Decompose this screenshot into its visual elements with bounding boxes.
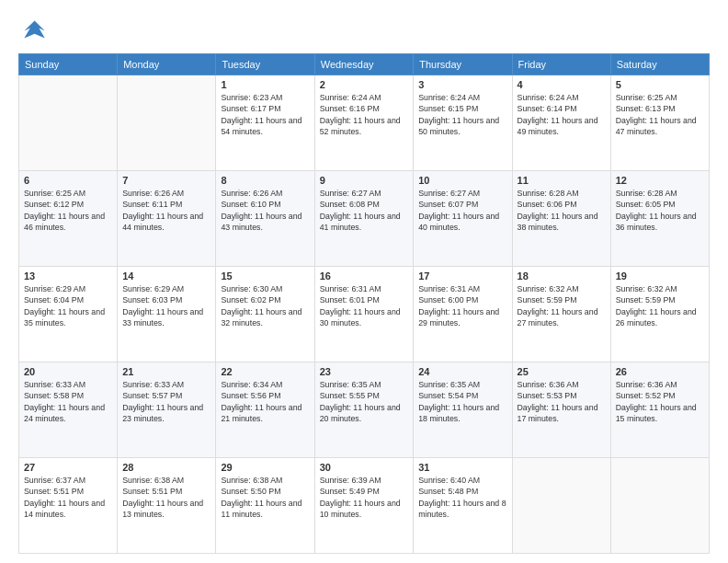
day-info: Sunrise: 6:38 AMSunset: 5:50 PMDaylight:… [221,475,309,520]
day-info: Sunrise: 6:36 AMSunset: 5:53 PMDaylight:… [518,379,606,424]
calendar-cell: 18Sunrise: 6:32 AMSunset: 5:59 PMDayligh… [512,267,610,362]
calendar-cell: 6Sunrise: 6:25 AMSunset: 6:12 PMDaylight… [19,171,118,267]
weekday-header-row: SundayMondayTuesdayWednesdayThursdayFrid… [19,54,710,75]
day-info: Sunrise: 6:24 AMSunset: 6:15 PMDaylight:… [418,92,506,137]
day-number: 30 [320,462,408,473]
day-number: 29 [221,462,309,473]
weekday-thursday: Thursday [414,54,512,75]
calendar-cell: 14Sunrise: 6:29 AMSunset: 6:03 PMDayligh… [118,267,216,362]
day-number: 4 [518,79,606,90]
day-number: 6 [24,175,112,186]
day-number: 1 [221,79,309,90]
day-info: Sunrise: 6:29 AMSunset: 6:03 PMDaylight:… [122,283,210,328]
day-info: Sunrise: 6:34 AMSunset: 5:56 PMDaylight:… [221,379,309,424]
weekday-wednesday: Wednesday [314,54,413,75]
calendar-cell: 19Sunrise: 6:32 AMSunset: 5:59 PMDayligh… [610,267,709,362]
day-number: 25 [518,366,606,377]
day-number: 15 [221,270,309,282]
day-number: 11 [518,175,606,186]
calendar-cell: 17Sunrise: 6:31 AMSunset: 6:00 PMDayligh… [414,267,512,362]
day-number: 20 [24,366,112,377]
page: SundayMondayTuesdayWednesdayThursdayFrid… [0,0,728,563]
header [18,15,710,44]
calendar-cell: 7Sunrise: 6:26 AMSunset: 6:11 PMDaylight… [118,171,216,267]
calendar-cell: 12Sunrise: 6:28 AMSunset: 6:05 PMDayligh… [610,171,709,267]
day-number: 8 [221,175,309,186]
day-info: Sunrise: 6:33 AMSunset: 5:57 PMDaylight:… [122,379,210,424]
day-number: 31 [418,462,506,473]
calendar-cell: 9Sunrise: 6:27 AMSunset: 6:08 PMDaylight… [314,171,413,267]
logo [18,15,51,44]
calendar-cell: 8Sunrise: 6:26 AMSunset: 6:10 PMDaylight… [216,171,314,267]
weekday-friday: Friday [512,54,610,75]
calendar-cell [118,75,216,171]
weekday-saturday: Saturday [610,54,709,75]
calendar-cell: 20Sunrise: 6:33 AMSunset: 5:58 PMDayligh… [19,362,118,458]
day-info: Sunrise: 6:37 AMSunset: 5:51 PMDaylight:… [24,475,112,520]
day-number: 7 [122,175,210,186]
calendar-cell: 22Sunrise: 6:34 AMSunset: 5:56 PMDayligh… [216,362,314,458]
day-info: Sunrise: 6:35 AMSunset: 5:55 PMDaylight:… [320,379,408,424]
day-number: 12 [616,175,704,186]
day-number: 16 [320,270,408,282]
day-info: Sunrise: 6:24 AMSunset: 6:14 PMDaylight:… [518,92,606,137]
day-info: Sunrise: 6:40 AMSunset: 5:48 PMDaylight:… [418,475,506,520]
day-number: 5 [616,79,704,90]
weekday-sunday: Sunday [19,54,118,75]
day-info: Sunrise: 6:23 AMSunset: 6:17 PMDaylight:… [221,92,309,137]
day-info: Sunrise: 6:26 AMSunset: 6:10 PMDaylight:… [221,188,309,233]
day-number: 13 [24,270,112,282]
calendar-week-4: 20Sunrise: 6:33 AMSunset: 5:58 PMDayligh… [19,362,710,458]
day-number: 21 [122,366,210,377]
logo-icon [18,15,48,44]
calendar-header: SundayMondayTuesdayWednesdayThursdayFrid… [19,54,710,75]
calendar-cell: 3Sunrise: 6:24 AMSunset: 6:15 PMDaylight… [414,75,512,171]
calendar-week-2: 6Sunrise: 6:25 AMSunset: 6:12 PMDaylight… [19,171,710,267]
day-number: 17 [418,270,506,282]
day-info: Sunrise: 6:32 AMSunset: 5:59 PMDaylight:… [616,283,704,328]
day-number: 26 [616,366,704,377]
day-number: 22 [221,366,309,377]
day-number: 3 [418,79,506,90]
calendar-cell: 30Sunrise: 6:39 AMSunset: 5:49 PMDayligh… [314,458,413,554]
calendar-cell: 25Sunrise: 6:36 AMSunset: 5:53 PMDayligh… [512,362,610,458]
calendar-week-5: 27Sunrise: 6:37 AMSunset: 5:51 PMDayligh… [19,458,710,554]
day-number: 9 [320,175,408,186]
day-number: 2 [320,79,408,90]
svg-marker-0 [24,20,44,38]
calendar-cell [512,458,610,554]
day-info: Sunrise: 6:26 AMSunset: 6:11 PMDaylight:… [122,188,210,233]
day-number: 23 [320,366,408,377]
day-number: 27 [24,462,112,473]
day-info: Sunrise: 6:39 AMSunset: 5:49 PMDaylight:… [320,475,408,520]
day-number: 14 [122,270,210,282]
calendar-cell: 4Sunrise: 6:24 AMSunset: 6:14 PMDaylight… [512,75,610,171]
day-info: Sunrise: 6:31 AMSunset: 6:00 PMDaylight:… [418,283,506,328]
day-info: Sunrise: 6:32 AMSunset: 5:59 PMDaylight:… [518,283,606,328]
calendar-cell [19,75,118,171]
calendar-body: 1Sunrise: 6:23 AMSunset: 6:17 PMDaylight… [19,75,710,554]
calendar-cell: 15Sunrise: 6:30 AMSunset: 6:02 PMDayligh… [216,267,314,362]
day-info: Sunrise: 6:38 AMSunset: 5:51 PMDaylight:… [122,475,210,520]
day-number: 24 [418,366,506,377]
day-number: 19 [616,270,704,282]
day-info: Sunrise: 6:25 AMSunset: 6:12 PMDaylight:… [24,188,112,233]
weekday-tuesday: Tuesday [216,54,314,75]
day-info: Sunrise: 6:36 AMSunset: 5:52 PMDaylight:… [616,379,704,424]
calendar-cell [610,458,709,554]
day-info: Sunrise: 6:29 AMSunset: 6:04 PMDaylight:… [24,283,112,328]
calendar-cell: 28Sunrise: 6:38 AMSunset: 5:51 PMDayligh… [118,458,216,554]
calendar-cell: 23Sunrise: 6:35 AMSunset: 5:55 PMDayligh… [314,362,413,458]
calendar-cell: 26Sunrise: 6:36 AMSunset: 5:52 PMDayligh… [610,362,709,458]
calendar-table: SundayMondayTuesdayWednesdayThursdayFrid… [18,53,710,554]
day-number: 10 [418,175,506,186]
weekday-monday: Monday [118,54,216,75]
calendar-cell: 10Sunrise: 6:27 AMSunset: 6:07 PMDayligh… [414,171,512,267]
calendar-cell: 31Sunrise: 6:40 AMSunset: 5:48 PMDayligh… [414,458,512,554]
day-number: 28 [122,462,210,473]
day-info: Sunrise: 6:28 AMSunset: 6:05 PMDaylight:… [616,188,704,233]
calendar-cell: 29Sunrise: 6:38 AMSunset: 5:50 PMDayligh… [216,458,314,554]
day-info: Sunrise: 6:33 AMSunset: 5:58 PMDaylight:… [24,379,112,424]
calendar-cell: 16Sunrise: 6:31 AMSunset: 6:01 PMDayligh… [314,267,413,362]
calendar-week-3: 13Sunrise: 6:29 AMSunset: 6:04 PMDayligh… [19,267,710,362]
